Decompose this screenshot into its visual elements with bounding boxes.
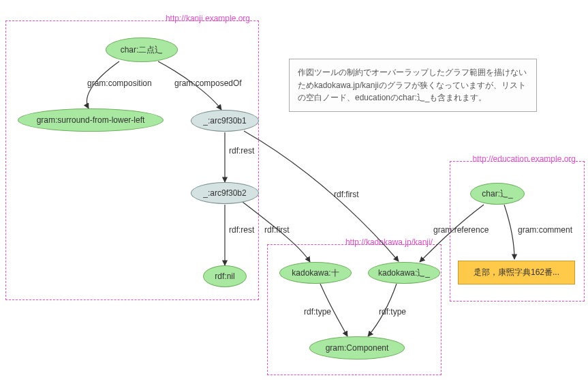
graph-title-education: http://education.example.org [471,154,577,164]
node-label: gram:surround-from-lower-left [37,115,145,125]
node-label: kadokawa:辶_ [378,267,430,279]
edge-rdf-rest-2: rdf:rest [229,225,254,235]
note-text: 作図ツールの制約でオーバーラップしたグラフ範囲を描けないためkadokawa.j… [298,68,527,102]
node-label: gram:Component [326,343,389,353]
node-label: rdf:nil [215,272,234,281]
edge-gram-composition: gram:composition [87,78,152,88]
node-gram-surround-from-lower-left: gram:surround-from-lower-left [18,108,164,132]
edge-gram-composedof: gram:composedOf [174,78,242,88]
node-rdf-nil: rdf:nil [203,265,247,287]
node-label: _:arc9f30b2 [203,188,246,198]
edge-rdf-type-1: rdf:type [304,307,331,317]
edge-rdf-first-2: rdf:first [264,225,290,235]
edge-rdf-first-1: rdf:first [334,190,359,199]
note-box: 作図ツールの制約でオーバーラップしたグラフ範囲を描けないためkadokawa.j… [289,59,537,112]
node-gram-component: gram:Component [309,336,405,360]
node-char-nitenshinnyo: char:二点辶 [106,38,178,62]
node-label: kadokawa:十 [292,267,339,279]
node-blank2: _:arc9f30b2 [191,182,259,204]
edge-rdf-rest-1: rdf:rest [229,146,254,156]
node-label: char:二点辶 [121,44,164,56]
node-label: _:arc9f30b1 [203,116,246,126]
graph-title-kanji: http://kanji.example.org [164,14,251,23]
node-kadokawa-shinnyo: kadokawa:辶_ [368,262,440,284]
node-literal-comment: 辵部，康煕字典162番... [458,261,575,284]
edge-rdf-type-2: rdf:type [379,307,406,317]
node-kadokawa-ju: kadokawa:十 [279,262,352,284]
edge-gram-reference: gram:reference [433,225,489,235]
node-blank1: _:arc9f30b1 [191,110,259,132]
edge-gram-comment: gram:comment [518,225,572,235]
literal-text: 辵部，康煕字典162番... [474,267,559,277]
graph-title-kadokawa: http://kadokawa.jp/kanji/ [344,237,434,247]
graph-box-kanji: http://kanji.example.org [5,20,259,300]
node-char-shinnyo: char:辶_ [470,183,525,205]
node-label: char:辶_ [482,188,512,200]
